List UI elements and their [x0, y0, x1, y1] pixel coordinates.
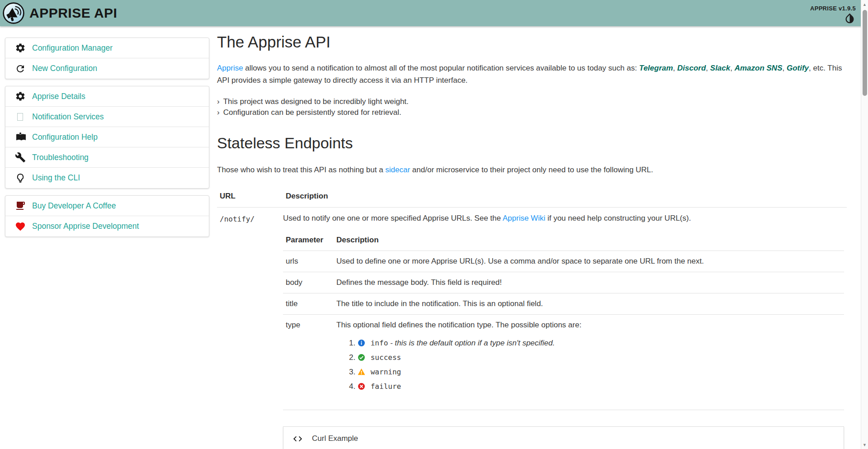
service-link-amazon-sns[interactable]: Amazon SNS: [735, 64, 783, 72]
accordion-item-curl-example[interactable]: Curl Example: [283, 427, 844, 449]
main-content: The Apprise API Apprise allows you to se…: [217, 33, 847, 449]
warning-icon: [358, 368, 365, 376]
service-link-gotify[interactable]: Gotify: [787, 64, 809, 72]
sidebar-item-label: Troubleshooting: [32, 153, 89, 162]
app-header: APPRISE API APPRISE v1.9.5: [0, 0, 868, 26]
table-row-notify: /notify/ Used to notify one one or more …: [217, 208, 847, 449]
column-header-parameter: Parameter: [283, 230, 334, 251]
param-description-text: This optional field defines the notifica…: [336, 321, 581, 329]
sidebar-item-label: Sponsor Apprise Development: [32, 222, 139, 231]
param-name: type: [283, 315, 334, 410]
sidecar-link[interactable]: sidecar: [385, 165, 410, 174]
sidebar-item-troubleshooting[interactable]: Troubleshooting: [5, 147, 209, 168]
param-description: This optional field defines the notifica…: [334, 315, 844, 410]
feature-item: This project was designed to be incredib…: [217, 96, 847, 107]
endpoint-desc-text: Used to notify one one or more specified…: [283, 214, 503, 222]
scroll-up-arrow[interactable]: ▲: [861, 2, 868, 7]
sidebar-item-configuration-help[interactable]: Configuration Help: [5, 127, 209, 147]
service-link-telegram[interactable]: Telegram: [639, 64, 673, 72]
code-examples-accordion: Curl Example Python Example PHP Example: [283, 426, 844, 449]
sidebar-item-configuration-manager[interactable]: Configuration Manager: [5, 38, 209, 58]
book-icon: [14, 132, 26, 142]
lead-text: and/or microservice to their project onl…: [410, 165, 653, 174]
type-option-info: info - this is the default option if a t…: [358, 339, 841, 348]
endpoint-desc-text: if you need help constructing your URL(s…: [545, 214, 691, 222]
endpoint-description-cell: Used to notify one one or more specified…: [283, 208, 847, 449]
feature-item: Configuration can be persistently stored…: [217, 107, 847, 118]
refresh-icon: [14, 63, 26, 74]
param-name: urls: [283, 251, 334, 272]
service-link-discord[interactable]: Discord: [677, 64, 706, 72]
service-link-slack[interactable]: Slack: [710, 64, 730, 72]
separator: ,: [706, 64, 710, 72]
column-header-description: Description: [334, 230, 844, 251]
separator: ,: [673, 64, 677, 72]
sidebar-item-apprise-details[interactable]: Apprise Details: [5, 86, 209, 107]
separator: ,: [730, 64, 734, 72]
header-right: APPRISE v1.9.5: [810, 2, 856, 24]
scroll-down-arrow[interactable]: ▼: [861, 443, 868, 447]
sidebar-group-configuration: Configuration Manager New Configuration: [5, 38, 209, 79]
coffee-icon: [14, 200, 26, 211]
sidebar-item-label: Using the CLI: [32, 173, 80, 183]
missing-glyph-icon: [14, 113, 26, 121]
table-row-title: title The title to include in the notifi…: [283, 293, 844, 315]
table-row-type: type This optional field defines the not…: [283, 315, 844, 410]
feature-list: This project was designed to be incredib…: [217, 96, 847, 118]
intro-text: allows you to send a notification to alm…: [243, 64, 639, 72]
lightbulb-icon: [14, 173, 26, 184]
param-name: body: [283, 272, 334, 293]
sidebar-item-label: Notification Services: [32, 112, 104, 122]
type-value: success: [371, 353, 401, 362]
param-name: title: [283, 293, 334, 315]
intro-paragraph: Apprise allows you to send a notificatio…: [217, 62, 847, 86]
scrollbar-thumb[interactable]: [863, 10, 867, 96]
code-icon: [292, 434, 303, 444]
app-title: APPRISE API: [29, 5, 117, 21]
brand: APPRISE API: [2, 2, 117, 24]
type-note: - this is the default option if a type i…: [388, 339, 555, 347]
stateless-lead-paragraph: Those who wish to treat this API as noth…: [217, 164, 847, 176]
wrench-icon: [14, 152, 26, 163]
parameters-table: Parameter Description urls Used to defin…: [283, 230, 844, 410]
sidebar-group-help: Apprise Details Notification Services Co…: [5, 86, 209, 189]
type-option-success: success: [358, 353, 841, 362]
endpoint-table: URL Description /notify/ Used to notify …: [217, 186, 847, 449]
info-icon: [358, 339, 365, 347]
scrollbar[interactable]: ▲ ▼: [861, 0, 868, 449]
param-description: Used to define one or more Apprise URL(s…: [334, 251, 844, 272]
sidebar-item-sponsor-apprise-development[interactable]: Sponsor Apprise Development: [5, 216, 209, 236]
column-header-description: Description: [283, 186, 847, 208]
column-header-url: URL: [217, 186, 283, 208]
sidebar-group-sponsor: Buy Developer A Coffee Sponsor Apprise D…: [5, 195, 209, 237]
table-row-body: body Defines the message body. This fiel…: [283, 272, 844, 293]
gear-icon: [14, 91, 26, 102]
lead-text: Those who wish to treat this API as noth…: [217, 165, 385, 174]
apprise-link[interactable]: Apprise: [217, 64, 243, 72]
param-description: The title to include in the notification…: [334, 293, 844, 315]
apprise-wiki-link[interactable]: Apprise Wiki: [503, 214, 545, 222]
sidebar-item-using-the-cli[interactable]: Using the CLI: [5, 168, 209, 188]
sidebar-item-buy-developer-a-coffee[interactable]: Buy Developer A Coffee: [5, 196, 209, 216]
success-icon: [358, 354, 365, 361]
sidebar-item-label: Apprise Details: [32, 92, 85, 101]
type-value: info: [371, 339, 388, 347]
type-value: warning: [371, 368, 401, 376]
page-title: The Apprise API: [217, 33, 847, 51]
sidebar-item-notification-services[interactable]: Notification Services: [5, 107, 209, 127]
type-value: failure: [371, 382, 401, 391]
endpoint-url: /notify/: [217, 208, 283, 449]
failure-icon: [358, 383, 365, 390]
sidebar-item-label: Buy Developer A Coffee: [32, 201, 116, 211]
type-option-failure: failure: [358, 382, 841, 391]
theme-toggle-contrast-icon[interactable]: [844, 12, 856, 24]
notification-type-options: info - this is the default option if a t…: [336, 339, 841, 391]
accordion-item-label: Curl Example: [312, 434, 358, 443]
sidebar: Configuration Manager New Configuration …: [5, 38, 209, 244]
table-row-urls: urls Used to define one or more Apprise …: [283, 251, 844, 272]
sidebar-item-new-configuration[interactable]: New Configuration: [5, 58, 209, 79]
gear-icon: [14, 43, 26, 53]
separator: ,: [782, 64, 786, 72]
type-option-warning: warning: [358, 368, 841, 377]
param-description: Defines the message body. This field is …: [334, 272, 844, 293]
